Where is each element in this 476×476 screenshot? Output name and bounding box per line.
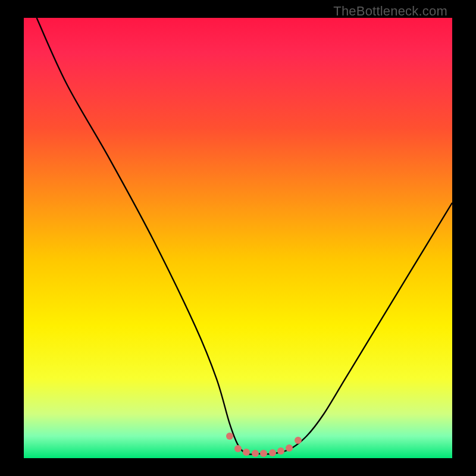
chart-marker: [260, 450, 267, 457]
watermark-text: TheBottleneck.com: [333, 4, 447, 19]
chart-marker: [295, 437, 302, 444]
chart-svg: [24, 18, 452, 458]
chart-marker: [269, 449, 276, 456]
chart-marker: [277, 447, 284, 455]
chart-frame: [24, 18, 452, 458]
chart-marker: [234, 445, 242, 452]
chart-marker: [252, 450, 259, 457]
chart-marker: [243, 449, 250, 456]
chart-marker: [226, 433, 233, 440]
chart-marker: [286, 444, 293, 452]
bottleneck-curve: [37, 18, 452, 455]
